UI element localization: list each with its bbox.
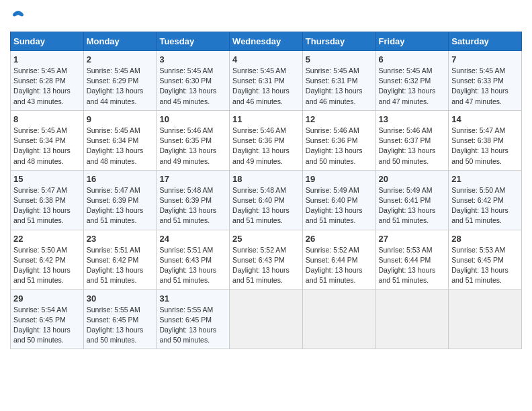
column-header-monday: Monday xyxy=(83,32,157,51)
daylight-label: Daylight: 13 hours and 49 minutes. xyxy=(159,146,216,165)
sunrise-label: Sunrise: 5:54 AM xyxy=(13,306,67,314)
daylight-label: Daylight: 13 hours and 51 minutes. xyxy=(379,266,436,284)
day-info: Sunrise: 5:49 AM Sunset: 6:40 PM Dayligh… xyxy=(306,185,373,226)
day-info: Sunrise: 5:45 AM Sunset: 6:30 PM Dayligh… xyxy=(159,66,226,107)
calendar-week-1: 1 Sunrise: 5:45 AM Sunset: 6:28 PM Dayli… xyxy=(11,51,522,111)
sunset-label: Sunset: 6:45 PM xyxy=(13,316,66,324)
daylight-label: Daylight: 13 hours and 50 minutes. xyxy=(159,326,216,344)
calendar-cell: 2 Sunrise: 5:45 AM Sunset: 6:29 PM Dayli… xyxy=(83,51,157,111)
day-number: 13 xyxy=(379,114,446,124)
calendar-cell: 1 Sunrise: 5:45 AM Sunset: 6:28 PM Dayli… xyxy=(11,51,84,111)
day-info: Sunrise: 5:46 AM Sunset: 6:36 PM Dayligh… xyxy=(232,126,300,167)
calendar-cell: 4 Sunrise: 5:45 AM Sunset: 6:31 PM Dayli… xyxy=(230,51,303,111)
day-info: Sunrise: 5:47 AM Sunset: 6:39 PM Dayligh… xyxy=(87,185,154,226)
column-header-friday: Friday xyxy=(375,32,449,51)
sunset-label: Sunset: 6:36 PM xyxy=(232,136,285,144)
day-number: 18 xyxy=(232,174,300,184)
daylight-label: Daylight: 13 hours and 46 minutes. xyxy=(306,87,363,105)
day-info: Sunrise: 5:46 AM Sunset: 6:36 PM Dayligh… xyxy=(306,126,373,167)
day-number: 27 xyxy=(379,234,446,244)
day-info: Sunrise: 5:48 AM Sunset: 6:39 PM Dayligh… xyxy=(159,185,226,226)
day-number: 7 xyxy=(451,54,519,64)
calendar-cell: 5 Sunrise: 5:45 AM Sunset: 6:31 PM Dayli… xyxy=(302,51,375,111)
day-number: 26 xyxy=(306,234,373,244)
daylight-label: Daylight: 13 hours and 51 minutes. xyxy=(13,206,71,224)
day-number: 12 xyxy=(306,114,373,124)
day-number: 17 xyxy=(159,174,226,184)
calendar-week-4: 22 Sunrise: 5:50 AM Sunset: 6:42 PM Dayl… xyxy=(11,230,522,289)
day-number: 21 xyxy=(451,174,519,184)
calendar-cell: 30 Sunrise: 5:55 AM Sunset: 6:45 PM Dayl… xyxy=(83,289,157,349)
daylight-label: Daylight: 13 hours and 50 minutes. xyxy=(13,326,71,344)
day-number: 16 xyxy=(87,174,154,184)
sunrise-label: Sunrise: 5:45 AM xyxy=(13,66,67,75)
sunset-label: Sunset: 6:31 PM xyxy=(306,77,358,85)
column-header-thursday: Thursday xyxy=(302,32,375,51)
daylight-label: Daylight: 13 hours and 49 minutes. xyxy=(232,146,290,165)
day-number: 5 xyxy=(306,54,373,64)
day-info: Sunrise: 5:47 AM Sunset: 6:38 PM Dayligh… xyxy=(13,185,81,226)
calendar-cell: 21 Sunrise: 5:50 AM Sunset: 6:42 PM Dayl… xyxy=(449,170,522,230)
calendar-cell: 10 Sunrise: 5:46 AM Sunset: 6:35 PM Dayl… xyxy=(157,110,230,170)
sunrise-label: Sunrise: 5:55 AM xyxy=(159,306,213,314)
calendar-cell xyxy=(375,289,449,349)
daylight-label: Daylight: 13 hours and 44 minutes. xyxy=(87,87,144,105)
sunrise-label: Sunrise: 5:45 AM xyxy=(87,126,140,134)
daylight-label: Daylight: 13 hours and 46 minutes. xyxy=(232,87,290,105)
day-info: Sunrise: 5:45 AM Sunset: 6:28 PM Dayligh… xyxy=(13,66,81,107)
daylight-label: Daylight: 13 hours and 51 minutes. xyxy=(159,206,216,224)
calendar-week-2: 8 Sunrise: 5:45 AM Sunset: 6:34 PM Dayli… xyxy=(11,110,522,170)
day-number: 4 xyxy=(232,54,300,64)
day-number: 1 xyxy=(13,54,81,64)
day-number: 28 xyxy=(451,234,519,244)
calendar-cell: 20 Sunrise: 5:49 AM Sunset: 6:41 PM Dayl… xyxy=(375,170,449,230)
day-info: Sunrise: 5:51 AM Sunset: 6:43 PM Dayligh… xyxy=(159,245,226,286)
day-info: Sunrise: 5:50 AM Sunset: 6:42 PM Dayligh… xyxy=(451,185,519,226)
day-info: Sunrise: 5:53 AM Sunset: 6:45 PM Dayligh… xyxy=(451,245,519,286)
daylight-label: Daylight: 13 hours and 50 minutes. xyxy=(306,146,363,165)
day-number: 10 xyxy=(159,114,226,124)
daylight-label: Daylight: 13 hours and 51 minutes. xyxy=(451,266,508,284)
daylight-label: Daylight: 13 hours and 47 minutes. xyxy=(379,87,436,105)
sunrise-label: Sunrise: 5:49 AM xyxy=(379,186,433,194)
day-number: 22 xyxy=(13,234,81,244)
sunset-label: Sunset: 6:28 PM xyxy=(13,77,66,85)
day-number: 19 xyxy=(306,174,373,184)
day-info: Sunrise: 5:45 AM Sunset: 6:31 PM Dayligh… xyxy=(232,66,300,107)
day-info: Sunrise: 5:45 AM Sunset: 6:29 PM Dayligh… xyxy=(87,66,154,107)
calendar-cell: 24 Sunrise: 5:51 AM Sunset: 6:43 PM Dayl… xyxy=(157,230,230,289)
calendar-week-3: 15 Sunrise: 5:47 AM Sunset: 6:38 PM Dayl… xyxy=(11,170,522,230)
sunrise-label: Sunrise: 5:53 AM xyxy=(451,246,505,254)
sunrise-label: Sunrise: 5:48 AM xyxy=(159,186,213,194)
sunset-label: Sunset: 6:42 PM xyxy=(87,256,139,264)
sunset-label: Sunset: 6:35 PM xyxy=(159,136,212,144)
day-info: Sunrise: 5:55 AM Sunset: 6:45 PM Dayligh… xyxy=(159,305,226,346)
day-info: Sunrise: 5:46 AM Sunset: 6:37 PM Dayligh… xyxy=(379,126,446,167)
sunset-label: Sunset: 6:43 PM xyxy=(159,256,212,264)
daylight-label: Daylight: 13 hours and 51 minutes. xyxy=(379,206,436,224)
sunrise-label: Sunrise: 5:49 AM xyxy=(306,186,359,194)
day-number: 11 xyxy=(232,114,300,124)
day-number: 24 xyxy=(159,234,226,244)
day-info: Sunrise: 5:48 AM Sunset: 6:40 PM Dayligh… xyxy=(232,185,300,226)
calendar-cell: 25 Sunrise: 5:52 AM Sunset: 6:43 PM Dayl… xyxy=(230,230,303,289)
sunrise-label: Sunrise: 5:50 AM xyxy=(13,246,67,254)
sunset-label: Sunset: 6:34 PM xyxy=(87,136,139,144)
sunrise-label: Sunrise: 5:45 AM xyxy=(232,66,286,75)
page-header xyxy=(10,7,522,26)
calendar-cell: 16 Sunrise: 5:47 AM Sunset: 6:39 PM Dayl… xyxy=(83,170,157,230)
sunrise-label: Sunrise: 5:45 AM xyxy=(451,66,505,75)
sunset-label: Sunset: 6:38 PM xyxy=(13,196,66,204)
day-number: 23 xyxy=(87,234,154,244)
sunrise-label: Sunrise: 5:55 AM xyxy=(87,306,140,314)
calendar-cell: 28 Sunrise: 5:53 AM Sunset: 6:45 PM Dayl… xyxy=(449,230,522,289)
sunset-label: Sunset: 6:44 PM xyxy=(306,256,358,264)
daylight-label: Daylight: 13 hours and 51 minutes. xyxy=(232,206,290,224)
sunset-label: Sunset: 6:30 PM xyxy=(159,77,212,85)
daylight-label: Daylight: 13 hours and 50 minutes. xyxy=(451,146,508,165)
sunset-label: Sunset: 6:39 PM xyxy=(87,196,139,204)
calendar-cell: 9 Sunrise: 5:45 AM Sunset: 6:34 PM Dayli… xyxy=(83,110,157,170)
calendar-cell: 13 Sunrise: 5:46 AM Sunset: 6:37 PM Dayl… xyxy=(375,110,449,170)
sunrise-label: Sunrise: 5:50 AM xyxy=(451,186,505,194)
calendar-cell: 11 Sunrise: 5:46 AM Sunset: 6:36 PM Dayl… xyxy=(230,110,303,170)
